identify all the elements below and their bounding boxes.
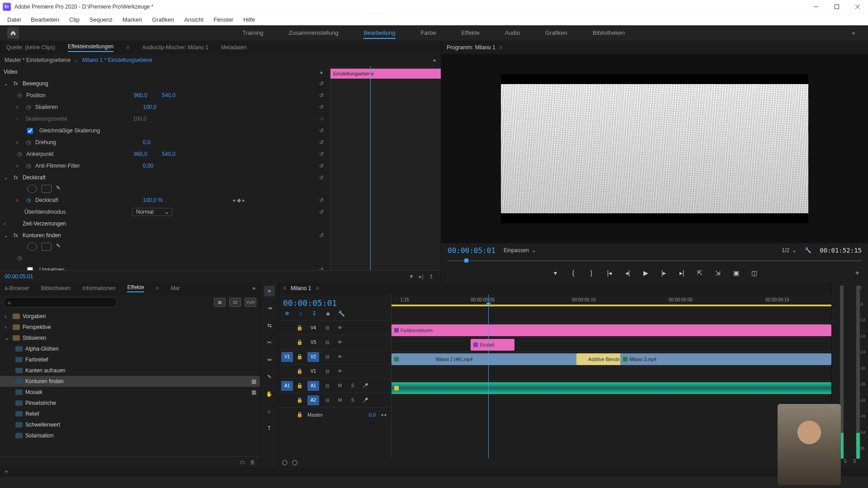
reset-icon[interactable]: ↺ (317, 232, 326, 239)
fx-item[interactable]: Mosaik▦ (0, 387, 260, 398)
panel-menu-icon[interactable]: ≡ (316, 285, 319, 291)
snap-toggle[interactable]: ❄ (283, 310, 291, 318)
lock-icon[interactable]: 🔒 (297, 397, 304, 403)
mask-ellipse-button[interactable] (27, 243, 37, 251)
reset-icon[interactable]: ↺ (317, 163, 326, 169)
close-button[interactable] (847, 0, 868, 14)
export-icon[interactable]: ↥ (426, 273, 436, 280)
program-resolution-dropdown[interactable]: 1/2⌄ (782, 247, 797, 253)
new-bin-icon[interactable]: 🗀 (240, 459, 245, 465)
razor-tool[interactable]: ✂ (264, 337, 275, 348)
mute-button[interactable]: M (335, 397, 344, 404)
ec-footer-timecode[interactable]: 00:00:05:01 (5, 273, 33, 280)
filter-icon[interactable]: ▼ (406, 273, 416, 280)
stopwatch-icon[interactable]: ◷ (25, 139, 32, 145)
timeline-timecode[interactable]: 00:00:05:01 (278, 295, 391, 310)
track-target-a2[interactable]: A2 (307, 395, 319, 405)
workspace-tab-audio[interactable]: Audio (505, 28, 520, 39)
track-v2[interactable]: Einstell (392, 337, 831, 352)
linked-selection-toggle[interactable]: ∩ (297, 310, 305, 318)
track-a1[interactable] (392, 366, 831, 380)
track-target-a1[interactable]: A1 (307, 381, 319, 391)
button-editor-button[interactable]: ＋ (853, 268, 862, 277)
fx-item[interactable]: Kanten aufrauen (0, 365, 260, 376)
twirl-icon[interactable]: › (16, 163, 22, 169)
reset-icon[interactable]: ↺ (317, 267, 326, 270)
tab-libraries[interactable]: Bibliotheken (41, 285, 71, 291)
program-timecode[interactable]: 00:00:05:01 (448, 246, 495, 255)
timeline-playhead[interactable] (488, 295, 489, 458)
stopwatch-icon[interactable]: ◷ (16, 92, 23, 99)
step-forward-button[interactable]: |▸ (659, 268, 668, 277)
track-v3[interactable]: Farbkorrekturen (392, 323, 831, 337)
go-to-in-button[interactable]: |◂ (605, 268, 614, 277)
track-v4[interactable] (392, 308, 831, 323)
ec-mini-clip[interactable]: Einstellungsebene (330, 69, 441, 79)
lift-button[interactable]: ⇱ (695, 268, 704, 277)
voiceover-icon[interactable]: 🎤 (361, 382, 370, 389)
fx-folder-presets[interactable]: ›Vorgaben (0, 311, 260, 322)
menu-clip[interactable]: Clip (65, 15, 84, 24)
eye-icon[interactable]: 👁 (335, 324, 344, 332)
ec-anchor-x[interactable]: 960,0 (134, 151, 147, 157)
minimize-button[interactable] (806, 0, 826, 14)
mask-pen-button[interactable]: ✎ (56, 185, 66, 193)
solo-right[interactable]: S (853, 459, 856, 464)
tab-markers[interactable]: Mar (171, 285, 180, 291)
tab-effect-controls[interactable]: Effekteinstellungen (68, 43, 113, 52)
program-fit-dropdown[interactable]: Einpassen⌄ (504, 247, 536, 253)
sync-lock-icon[interactable]: ⊟ (323, 368, 332, 375)
fx-badge-accelerated[interactable]: ▦ (214, 298, 226, 307)
twirl-icon[interactable]: › (16, 197, 22, 203)
ec-uniform-scale-checkbox[interactable] (27, 128, 33, 134)
ec-time-remap[interactable]: Zeit-Verzerrungen (23, 221, 127, 227)
play-button[interactable]: ▶ (641, 268, 650, 277)
program-view[interactable] (441, 54, 868, 243)
ec-blend-dropdown[interactable]: Normal⌄ (132, 208, 172, 216)
lock-icon[interactable]: 🔒 (297, 354, 304, 360)
panel-menu-icon[interactable]: ≡ (499, 44, 502, 51)
fx-badge-32bit[interactable]: 32 (229, 298, 241, 307)
ec-mini-playhead[interactable] (370, 66, 371, 270)
eye-icon[interactable]: 👁 (335, 353, 344, 361)
menu-bearbeiten[interactable]: Bearbeiten (26, 15, 64, 24)
delete-icon[interactable]: 🗑 (250, 459, 255, 465)
comparison-view-button[interactable]: ◫ (750, 268, 759, 277)
add-marker-button[interactable]: ▾ (551, 268, 560, 277)
hand-tool[interactable]: ✋ (264, 389, 275, 399)
sync-lock-icon[interactable]: ⊟ (323, 397, 332, 404)
mask-pen-button[interactable]: ✎ (56, 243, 66, 251)
clip-audio[interactable] (392, 382, 831, 394)
master-gain[interactable]: 0,0 (369, 412, 376, 418)
ec-play-icon[interactable]: ▸ (434, 57, 436, 63)
twirl-icon[interactable]: ⌄ (4, 80, 9, 87)
tab-media-browser[interactable]: a-Browser (5, 285, 29, 291)
reset-icon[interactable]: ↺ (317, 209, 326, 215)
selection-tool[interactable]: ➤ (264, 286, 275, 296)
workspace-tab-assembly[interactable]: Zusammenstellung (289, 28, 339, 39)
workspace-tab-color[interactable]: Farbe (421, 28, 436, 39)
ec-find-edges[interactable]: Konturen finden (23, 232, 127, 239)
fx-item[interactable]: Solarisation (0, 430, 260, 441)
workspace-overflow-button[interactable]: » (848, 30, 859, 36)
wrench-icon[interactable]: 🔧 (805, 247, 811, 253)
reset-icon[interactable]: ↺ (317, 174, 326, 181)
stopwatch-icon[interactable]: ◷ (25, 197, 32, 203)
export-frame-button[interactable]: ▣ (731, 268, 741, 277)
step-back-button[interactable]: ◂| (623, 268, 632, 277)
sync-lock-icon[interactable]: ⊟ (323, 324, 332, 332)
stopwatch-icon[interactable]: ◷ (16, 255, 23, 261)
ec-scale-val[interactable]: 100,0 (143, 104, 156, 110)
sync-lock-icon[interactable]: ⊟ (323, 382, 332, 389)
ec-position-x[interactable]: 960,0 (134, 92, 147, 99)
menu-sequenz[interactable]: Sequenz (85, 15, 117, 24)
track-target-v3[interactable]: V3 (307, 338, 319, 347)
effects-search-field[interactable]: ⌕ (4, 297, 117, 307)
collapse-icon[interactable]: ▴ (317, 69, 326, 75)
ripple-edit-tool[interactable]: ⇆ (264, 320, 275, 331)
pen-tool[interactable]: ✎ (264, 371, 275, 382)
track-target-v2[interactable]: V2 (307, 352, 319, 362)
mute-button[interactable]: M (335, 382, 344, 389)
menu-ansicht[interactable]: Ansicht (179, 15, 208, 24)
eye-icon[interactable]: 👁 (335, 339, 344, 346)
